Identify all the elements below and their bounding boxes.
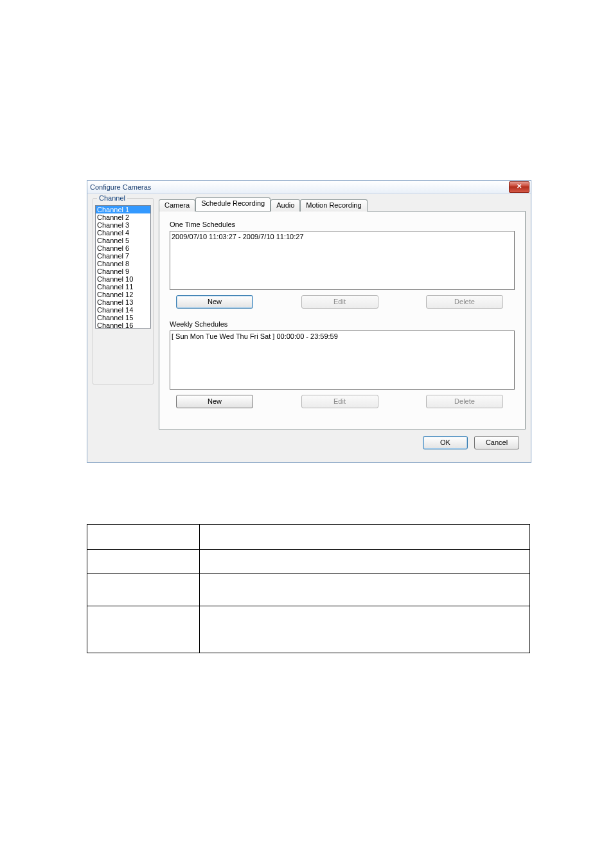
one-time-new-button[interactable]: New xyxy=(176,295,253,309)
tab-audio[interactable]: Audio xyxy=(271,199,300,212)
close-icon[interactable]: ✕ xyxy=(509,181,529,193)
tab-schedule-recording[interactable]: Schedule Recording xyxy=(195,197,271,211)
empty-table xyxy=(87,524,530,653)
weekly-listbox[interactable]: [ Sun Mon Tue Wed Thu Fri Sat ] 00:00:00… xyxy=(170,330,515,390)
one-time-edit-button[interactable]: Edit xyxy=(301,295,378,309)
channel-item[interactable]: Channel 10 xyxy=(96,275,150,283)
channel-item[interactable]: Channel 11 xyxy=(96,283,150,291)
channel-item[interactable]: Channel 1 xyxy=(96,206,150,213)
weekly-delete-button[interactable]: Delete xyxy=(426,395,503,408)
channel-item[interactable]: Channel 2 xyxy=(96,213,150,221)
channel-legend: Channel xyxy=(97,194,127,202)
channel-item[interactable]: Channel 5 xyxy=(96,237,150,244)
channel-item[interactable]: Channel 4 xyxy=(96,229,150,237)
dialog-footer: OK Cancel xyxy=(159,429,526,456)
channel-item[interactable]: Channel 13 xyxy=(96,298,150,306)
one-time-label: One Time Schedules xyxy=(170,221,515,228)
weekly-entry[interactable]: [ Sun Mon Tue Wed Thu Fri Sat ] 00:00:00… xyxy=(172,332,513,341)
channel-groupbox: Channel Channel 1Channel 2Channel 3Chann… xyxy=(93,198,154,384)
tabs: CameraSchedule RecordingAudioMotion Reco… xyxy=(159,198,526,211)
channel-item[interactable]: Channel 12 xyxy=(96,291,150,298)
window-title: Configure Cameras xyxy=(90,183,151,191)
channel-item[interactable]: Channel 3 xyxy=(96,221,150,229)
titlebar: Configure Cameras ✕ xyxy=(87,181,531,194)
one-time-delete-button[interactable]: Delete xyxy=(426,295,503,309)
weekly-new-button[interactable]: New xyxy=(176,395,253,408)
weekly-edit-button[interactable]: Edit xyxy=(301,395,378,408)
channel-item[interactable]: Channel 7 xyxy=(96,252,150,260)
cancel-button[interactable]: Cancel xyxy=(474,436,519,449)
schedule-recording-panel: One Time Schedules 2009/07/10 11:03:27 -… xyxy=(159,211,526,429)
one-time-entry[interactable]: 2009/07/10 11:03:27 - 2009/7/10 11:10:27 xyxy=(172,232,513,241)
ok-button[interactable]: OK xyxy=(423,436,468,449)
tab-motion-recording[interactable]: Motion Recording xyxy=(300,199,367,212)
configure-cameras-window: Configure Cameras ✕ Channel Channel 1Cha… xyxy=(87,180,531,463)
channel-item[interactable]: Channel 15 xyxy=(96,314,150,321)
tab-camera[interactable]: Camera xyxy=(159,199,195,212)
one-time-listbox[interactable]: 2009/07/10 11:03:27 - 2009/7/10 11:10:27 xyxy=(170,231,515,290)
channel-item[interactable]: Channel 14 xyxy=(96,306,150,314)
channel-item[interactable]: Channel 16 xyxy=(96,321,150,329)
channel-item[interactable]: Channel 9 xyxy=(96,267,150,275)
channel-item[interactable]: Channel 6 xyxy=(96,244,150,252)
channel-listbox[interactable]: Channel 1Channel 2Channel 3Channel 4Chan… xyxy=(95,205,151,329)
channel-item[interactable]: Channel 8 xyxy=(96,260,150,267)
weekly-label: Weekly Schedules xyxy=(170,320,515,328)
